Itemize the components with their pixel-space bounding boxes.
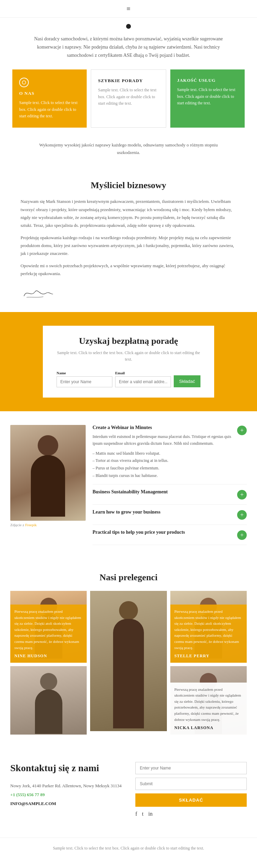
webinar-item-2: Learn how to grow your business + — [93, 505, 247, 525]
cta-email-group: Email — [115, 371, 171, 387]
contact-submit-button[interactable]: SKŁADAĆ — [135, 793, 247, 807]
webinar-caption: Zdjęcie z Freepik — [10, 523, 86, 527]
speakers-title: Nasi prelegenci — [10, 572, 247, 583]
contact-section: Skontaktuj się z nami Nowy Jork, 4140 Pa… — [0, 745, 257, 834]
speaker-overlay-nicka: Pierwszą pracę znalazłem przed ukończeni… — [170, 683, 247, 735]
card-szybkie-text: Sample text. Click to select the text bo… — [98, 87, 159, 107]
contact-address: Nowy Jork, 4140 Parker Rd. Allentown, No… — [10, 781, 122, 808]
webinar-item-title-3: Practical tips to help you price your pr… — [93, 530, 234, 535]
facebook-icon[interactable]: f — [135, 811, 137, 817]
webinar-expand-1[interactable]: + — [237, 490, 247, 500]
card-onas: O NAS Sample text. Click to select the t… — [12, 69, 87, 128]
speaker-text-stelle: Pierwszą pracę znalazłem przed ukończeni… — [174, 609, 243, 651]
webinar-expand-0[interactable]: + — [237, 426, 247, 435]
contact-name-input[interactable] — [135, 762, 247, 774]
signature — [21, 285, 236, 302]
card-onas-icon — [19, 78, 29, 87]
webinar-item-1: Business Sustainability Management + — [93, 484, 247, 505]
webinar-item-3: Practical tips to help you price your pr… — [93, 525, 247, 545]
card-jakosc: JAKOŚĆ USŁUG Sample text. Click to selec… — [170, 69, 245, 128]
contact-email-input[interactable] — [135, 778, 247, 790]
cta-email-input[interactable] — [115, 376, 171, 387]
footer-text: Sample text. Click to select the text bo… — [0, 838, 257, 858]
business-title: Myśliciel biznesowy — [21, 180, 236, 191]
webinar-caption-link[interactable]: Freepik — [25, 523, 37, 527]
speaker-overlay-stelle: Pierwszą pracę znalazłem przed ukończeni… — [170, 605, 247, 663]
speaker-text-nicka: Pierwszą pracę znalazłem przed ukończeni… — [174, 687, 243, 723]
webinar-item-list-0: Mattis nunc sed blandit libero volutpat.… — [93, 450, 234, 479]
webinar-item-0: Create a Webinar in Minutes Interdum vel… — [93, 425, 247, 484]
webinar-expand-2[interactable]: + — [237, 510, 247, 520]
contact-form: SKŁADAĆ — [135, 762, 247, 807]
speaker-name-nina: NINE HUDSON — [14, 653, 83, 659]
card-jakosc-text: Sample text. Click to select the text bo… — [177, 87, 238, 106]
cta-form: Name Email Składać — [57, 371, 200, 387]
webinar-item-desc-0: Interdum velit euismod in pellentesque m… — [93, 433, 234, 447]
speaker-name-nicka: NICKA LARSONA — [174, 725, 243, 730]
webinar-items: Create a Webinar in Minutes Interdum vel… — [93, 425, 247, 545]
business-para-1: Nazywam się Mark Stanson i jestem kreaty… — [21, 197, 236, 230]
speaker-card-nicka: Pierwszą pracę znalazłem przed ukończeni… — [170, 666, 247, 735]
cta-inner: Uzyskaj bezpłatną poradę Sample text. Cl… — [43, 326, 214, 398]
contact-form-right: SKŁADAĆ f t in — [135, 762, 247, 817]
svg-point-0 — [22, 81, 26, 84]
contact-socials: f t in — [135, 811, 247, 817]
speaker-text-nina: Pierwszą pracę znalazłem przed ukończeni… — [14, 609, 83, 651]
business-section: Myśliciel biznesowy Nazywam się Mark Sta… — [0, 170, 257, 312]
card-szybkie-title: SZYBKIE PORADY — [98, 78, 159, 83]
twitter-icon[interactable]: t — [142, 811, 143, 817]
speakers-grid: Pierwszą pracę znalazłem przed ukończeni… — [10, 591, 247, 735]
feature-cards: O NAS Sample text. Click to select the t… — [0, 69, 257, 138]
speaker-card-left — [10, 666, 87, 735]
speakers-section: Nasi prelegenci Pierwszą pracę znalazłem… — [0, 559, 257, 745]
cta-text: Sample text. Click to select the text bo… — [57, 350, 200, 363]
contact-phone: +1 (555) 656 77 89 — [10, 792, 45, 797]
webinar-item-title-2: Learn how to grow your business — [93, 509, 234, 515]
progress-indicator — [0, 18, 257, 31]
webinar-section: Zdjęcie z Freepik Create a Webinar in Mi… — [0, 411, 257, 559]
intro-text: Nasi doradcy samochodowi, z którymi możn… — [0, 31, 257, 69]
contact-title: Skontaktuj się z nami — [10, 762, 122, 774]
speaker-overlay-nina: Pierwszą pracę znalazłem przed ukończeni… — [10, 605, 87, 663]
navbar: ≡ — [0, 0, 257, 18]
cta-banner: Uzyskaj bezpłatną poradę Sample text. Cl… — [0, 312, 257, 411]
card-szybkie: SZYBKIE PORADY Sample text. Click to sel… — [91, 69, 166, 128]
card-onas-title: O NAS — [19, 91, 80, 96]
business-para-3: Opowiedz mi o swoich potrzebach projekto… — [21, 262, 236, 278]
cta-email-label: Email — [115, 371, 125, 375]
webinar-image-container: Zdjęcie z Freepik — [10, 425, 86, 545]
card-onas-text: Sample text. Click to select the text bo… — [19, 100, 80, 119]
cta-title: Uzyskaj bezpłatną poradę — [57, 336, 200, 346]
cta-name-input[interactable] — [57, 376, 112, 387]
hamburger-icon[interactable]: ≡ — [126, 5, 130, 13]
webinar-item-title-1: Business Sustainability Management — [93, 489, 234, 495]
cta-submit-button[interactable]: Składać — [174, 375, 200, 387]
speaker-card-center — [90, 591, 167, 735]
cta-name-group: Name — [57, 371, 112, 387]
webinar-expand-3[interactable]: + — [237, 530, 247, 540]
speaker-card-nina: Pierwszą pracę znalazłem przed ukończeni… — [10, 591, 87, 663]
business-para-2: Projektuję opakowania każdego rodzaju i … — [21, 234, 236, 258]
webinar-item-title-0: Create a Webinar in Minutes — [93, 425, 234, 430]
instagram-icon[interactable]: in — [148, 811, 152, 817]
contact-email: INFO@SAMPLE.COM — [10, 801, 56, 806]
contact-info-left: Skontaktuj się z nami Nowy Jork, 4140 Pa… — [10, 762, 122, 817]
services-subtitle: Wykonujemy wysokiej jakości naprawy każd… — [0, 138, 257, 170]
speaker-name-stelle: STELLE PERRY — [174, 653, 243, 659]
progress-dot — [126, 24, 131, 29]
card-jakosc-title: JAKOŚĆ USŁUG — [177, 78, 238, 83]
cta-name-label: Name — [57, 371, 66, 375]
speaker-card-stelle: Pierwszą pracę znalazłem przed ukończeni… — [170, 591, 247, 663]
